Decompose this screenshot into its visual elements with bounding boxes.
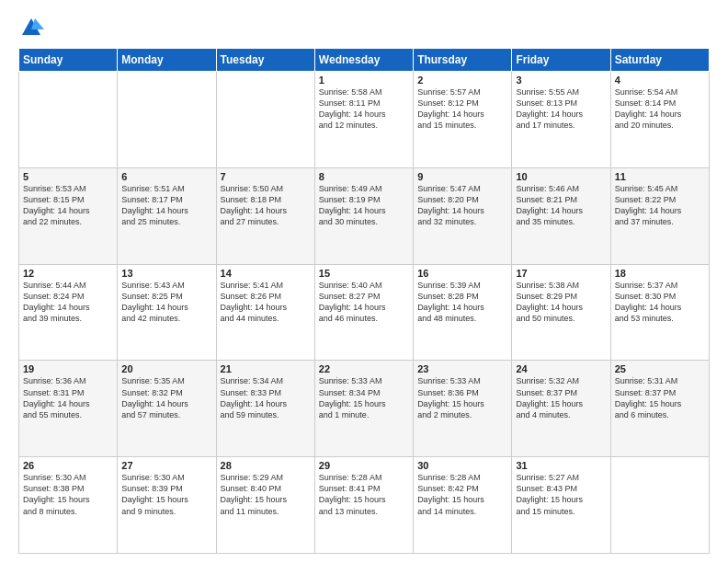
- day-info: Sunrise: 5:44 AM Sunset: 8:24 PM Dayligh…: [23, 280, 113, 325]
- day-number: 4: [615, 75, 705, 86]
- day-number: 30: [417, 460, 507, 471]
- svg-marker-1: [31, 18, 44, 29]
- day-info: Sunrise: 5:31 AM Sunset: 8:37 PM Dayligh…: [615, 375, 705, 420]
- calendar-week-0: 1Sunrise: 5:58 AM Sunset: 8:11 PM Daylig…: [19, 72, 710, 168]
- calendar-week-4: 26Sunrise: 5:30 AM Sunset: 8:38 PM Dayli…: [19, 457, 710, 554]
- day-number: 27: [121, 460, 211, 471]
- day-number: 19: [23, 363, 113, 374]
- calendar-cell: 23Sunrise: 5:33 AM Sunset: 8:36 PM Dayli…: [414, 361, 512, 457]
- day-info: Sunrise: 5:55 AM Sunset: 8:13 PM Dayligh…: [516, 86, 606, 132]
- calendar-header-row: SundayMondayTuesdayWednesdayThursdayFrid…: [19, 49, 710, 72]
- day-number: 14: [221, 268, 311, 279]
- day-number: 10: [516, 171, 606, 182]
- day-number: 20: [121, 363, 211, 374]
- calendar-cell: 4Sunrise: 5:54 AM Sunset: 8:14 PM Daylig…: [610, 72, 709, 168]
- day-number: 16: [417, 268, 507, 279]
- calendar-cell: 17Sunrise: 5:38 AM Sunset: 8:29 PM Dayli…: [512, 264, 610, 361]
- calendar-cell: [216, 72, 314, 168]
- day-number: 6: [121, 171, 211, 182]
- day-info: Sunrise: 5:49 AM Sunset: 8:19 PM Dayligh…: [319, 183, 409, 228]
- day-number: 7: [221, 171, 311, 182]
- day-info: Sunrise: 5:45 AM Sunset: 8:22 PM Dayligh…: [615, 183, 705, 228]
- calendar-week-2: 12Sunrise: 5:44 AM Sunset: 8:24 PM Dayli…: [19, 264, 710, 361]
- logo: [18, 15, 48, 40]
- calendar-cell: 7Sunrise: 5:50 AM Sunset: 8:18 PM Daylig…: [216, 167, 314, 264]
- day-number: 26: [23, 460, 113, 471]
- calendar-cell: 22Sunrise: 5:33 AM Sunset: 8:34 PM Dayli…: [314, 361, 413, 457]
- day-info: Sunrise: 5:39 AM Sunset: 8:28 PM Dayligh…: [417, 280, 507, 325]
- calendar-header-wednesday: Wednesday: [314, 49, 413, 72]
- day-number: 5: [23, 171, 113, 182]
- logo-icon: [18, 15, 44, 40]
- day-number: 17: [516, 268, 606, 279]
- day-info: Sunrise: 5:36 AM Sunset: 8:31 PM Dayligh…: [23, 375, 113, 420]
- day-info: Sunrise: 5:47 AM Sunset: 8:20 PM Dayligh…: [417, 183, 507, 228]
- day-number: 8: [319, 171, 409, 182]
- day-number: 13: [121, 268, 211, 279]
- day-info: Sunrise: 5:38 AM Sunset: 8:29 PM Dayligh…: [516, 280, 606, 325]
- calendar-cell: 27Sunrise: 5:30 AM Sunset: 8:39 PM Dayli…: [118, 457, 216, 554]
- day-info: Sunrise: 5:51 AM Sunset: 8:17 PM Dayligh…: [121, 183, 211, 228]
- calendar-cell: 12Sunrise: 5:44 AM Sunset: 8:24 PM Dayli…: [19, 264, 118, 361]
- calendar-cell: 19Sunrise: 5:36 AM Sunset: 8:31 PM Dayli…: [19, 361, 118, 457]
- day-number: 2: [417, 75, 507, 86]
- calendar-cell: 1Sunrise: 5:58 AM Sunset: 8:11 PM Daylig…: [314, 72, 413, 168]
- calendar-cell: [610, 457, 709, 554]
- calendar-cell: 15Sunrise: 5:40 AM Sunset: 8:27 PM Dayli…: [314, 264, 413, 361]
- day-info: Sunrise: 5:57 AM Sunset: 8:12 PM Dayligh…: [417, 86, 507, 132]
- day-info: Sunrise: 5:30 AM Sunset: 8:38 PM Dayligh…: [23, 472, 113, 517]
- calendar-cell: 24Sunrise: 5:32 AM Sunset: 8:37 PM Dayli…: [512, 361, 610, 457]
- day-info: Sunrise: 5:30 AM Sunset: 8:39 PM Dayligh…: [121, 472, 211, 517]
- day-info: Sunrise: 5:32 AM Sunset: 8:37 PM Dayligh…: [516, 375, 606, 420]
- calendar-cell: 29Sunrise: 5:28 AM Sunset: 8:41 PM Dayli…: [314, 457, 413, 554]
- calendar-cell: 28Sunrise: 5:29 AM Sunset: 8:40 PM Dayli…: [216, 457, 314, 554]
- calendar-cell: 8Sunrise: 5:49 AM Sunset: 8:19 PM Daylig…: [314, 167, 413, 264]
- calendar-cell: 11Sunrise: 5:45 AM Sunset: 8:22 PM Dayli…: [610, 167, 709, 264]
- calendar-cell: 30Sunrise: 5:28 AM Sunset: 8:42 PM Dayli…: [414, 457, 512, 554]
- day-info: Sunrise: 5:28 AM Sunset: 8:41 PM Dayligh…: [319, 472, 409, 517]
- day-info: Sunrise: 5:28 AM Sunset: 8:42 PM Dayligh…: [417, 472, 507, 517]
- day-number: 3: [516, 75, 606, 86]
- calendar-cell: 16Sunrise: 5:39 AM Sunset: 8:28 PM Dayli…: [414, 264, 512, 361]
- calendar-cell: 25Sunrise: 5:31 AM Sunset: 8:37 PM Dayli…: [610, 361, 709, 457]
- calendar-cell: 21Sunrise: 5:34 AM Sunset: 8:33 PM Dayli…: [216, 361, 314, 457]
- header: [18, 15, 710, 40]
- calendar-week-3: 19Sunrise: 5:36 AM Sunset: 8:31 PM Dayli…: [19, 361, 710, 457]
- calendar-cell: 13Sunrise: 5:43 AM Sunset: 8:25 PM Dayli…: [118, 264, 216, 361]
- day-info: Sunrise: 5:37 AM Sunset: 8:30 PM Dayligh…: [615, 280, 705, 325]
- day-info: Sunrise: 5:27 AM Sunset: 8:43 PM Dayligh…: [516, 472, 606, 517]
- day-info: Sunrise: 5:40 AM Sunset: 8:27 PM Dayligh…: [319, 280, 409, 325]
- day-number: 28: [221, 460, 311, 471]
- calendar-week-1: 5Sunrise: 5:53 AM Sunset: 8:15 PM Daylig…: [19, 167, 710, 264]
- calendar-cell: 31Sunrise: 5:27 AM Sunset: 8:43 PM Dayli…: [512, 457, 610, 554]
- calendar-header-saturday: Saturday: [610, 49, 709, 72]
- day-info: Sunrise: 5:35 AM Sunset: 8:32 PM Dayligh…: [121, 375, 211, 420]
- day-number: 15: [319, 268, 409, 279]
- calendar-cell: 18Sunrise: 5:37 AM Sunset: 8:30 PM Dayli…: [610, 264, 709, 361]
- calendar-header-tuesday: Tuesday: [216, 49, 314, 72]
- calendar-header-thursday: Thursday: [414, 49, 512, 72]
- page: SundayMondayTuesdayWednesdayThursdayFrid…: [0, 0, 728, 563]
- day-number: 21: [221, 363, 311, 374]
- day-number: 1: [319, 75, 409, 86]
- day-info: Sunrise: 5:33 AM Sunset: 8:34 PM Dayligh…: [319, 375, 409, 420]
- day-info: Sunrise: 5:41 AM Sunset: 8:26 PM Dayligh…: [221, 280, 311, 325]
- calendar-cell: 6Sunrise: 5:51 AM Sunset: 8:17 PM Daylig…: [118, 167, 216, 264]
- day-info: Sunrise: 5:58 AM Sunset: 8:11 PM Dayligh…: [319, 86, 409, 132]
- day-info: Sunrise: 5:29 AM Sunset: 8:40 PM Dayligh…: [221, 472, 311, 517]
- day-number: 29: [319, 460, 409, 471]
- day-info: Sunrise: 5:33 AM Sunset: 8:36 PM Dayligh…: [417, 375, 507, 420]
- calendar-table: SundayMondayTuesdayWednesdayThursdayFrid…: [18, 48, 710, 554]
- day-number: 31: [516, 460, 606, 471]
- day-number: 18: [615, 268, 705, 279]
- calendar-cell: 10Sunrise: 5:46 AM Sunset: 8:21 PM Dayli…: [512, 167, 610, 264]
- day-number: 9: [417, 171, 507, 182]
- day-info: Sunrise: 5:53 AM Sunset: 8:15 PM Dayligh…: [23, 183, 113, 228]
- calendar-cell: 2Sunrise: 5:57 AM Sunset: 8:12 PM Daylig…: [414, 72, 512, 168]
- day-info: Sunrise: 5:54 AM Sunset: 8:14 PM Dayligh…: [615, 86, 705, 132]
- day-number: 11: [615, 171, 705, 182]
- day-number: 22: [319, 363, 409, 374]
- calendar-cell: [19, 72, 118, 168]
- calendar-header-friday: Friday: [512, 49, 610, 72]
- day-info: Sunrise: 5:50 AM Sunset: 8:18 PM Dayligh…: [221, 183, 311, 228]
